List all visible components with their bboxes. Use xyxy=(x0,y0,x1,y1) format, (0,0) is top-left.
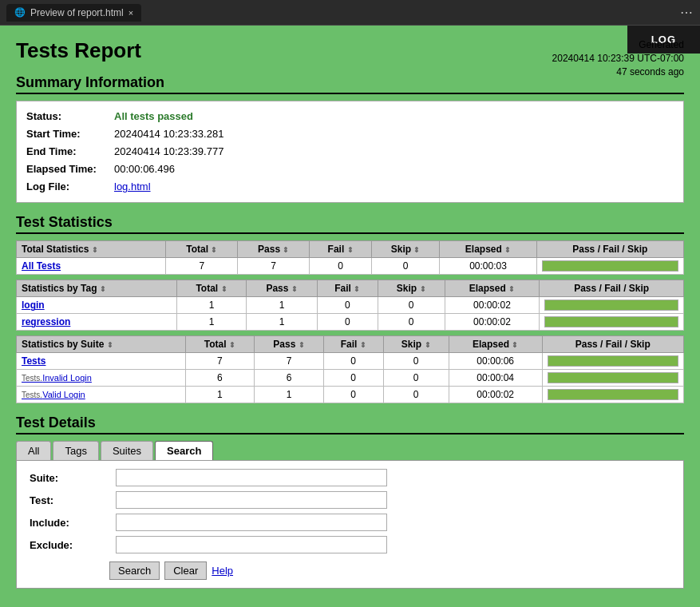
exclude-label: Exclude: xyxy=(30,539,109,551)
clear-button[interactable]: Clear xyxy=(164,561,207,580)
summary-box: Status: All tests passed Start Time: 202… xyxy=(16,101,684,203)
table-row: Tests 7 7 0 0 00:00:06 xyxy=(17,353,684,370)
invalid-login-link[interactable]: Tests.Invalid Login xyxy=(17,370,186,387)
col-tag-skip[interactable]: Skip ⇕ xyxy=(378,280,445,297)
table-row: Tests.Valid Login 1 1 0 0 00:00:02 xyxy=(17,387,684,403)
generated-info: Generated 20240414 10:23:39 UTC-07:00 47… xyxy=(552,38,684,78)
suite-label: Suite: xyxy=(30,472,109,484)
elapsed-label: Elapsed Time: xyxy=(26,161,114,178)
generated-label: Generated xyxy=(552,38,684,52)
search-buttons: Search Clear Help xyxy=(30,561,670,580)
total-stats-table: Total Statistics ⇕ Total ⇕ Pass ⇕ Fail ⇕… xyxy=(16,240,684,275)
progress-bar-fill xyxy=(548,373,678,383)
col-suite-skip[interactable]: Skip ⇕ xyxy=(383,336,449,353)
table-row: Tests.Invalid Login 6 6 0 0 00:00:04 xyxy=(17,370,684,387)
col-fail[interactable]: Fail ⇕ xyxy=(310,241,372,258)
col-suite-elapsed[interactable]: Elapsed ⇕ xyxy=(449,336,542,353)
start-label: Start Time: xyxy=(26,125,114,143)
table-row: login 1 1 0 0 00:00:02 xyxy=(17,297,684,314)
col-tag-elapsed[interactable]: Elapsed ⇕ xyxy=(445,280,540,297)
log-link[interactable]: log.html xyxy=(114,178,151,196)
start-value: 20240414 10:23:33.281 xyxy=(114,125,223,143)
generated-ago: 47 seconds ago xyxy=(552,65,684,79)
progress-bar-container xyxy=(548,372,679,383)
summary-row-start: Start Time: 20240414 10:23:33.281 xyxy=(26,125,674,143)
main-content: Tests Report Generated 20240414 10:23:39… xyxy=(0,26,700,601)
valid-login-link[interactable]: Tests.Valid Login xyxy=(17,387,186,403)
col-total[interactable]: Total ⇕ xyxy=(166,241,238,258)
search-button[interactable]: Search xyxy=(109,561,160,580)
table-row: All Tests 7 7 0 0 00:00:03 xyxy=(17,258,684,275)
col-skip[interactable]: Skip ⇕ xyxy=(371,241,440,258)
progress-bar-container xyxy=(544,300,678,311)
progress-bar-container xyxy=(548,355,679,367)
suite-stats-table: Statistics by Suite ⇕ Total ⇕ Pass ⇕ Fai… xyxy=(16,335,684,403)
summary-row-elapsed: Elapsed Time: 00:00:06.496 xyxy=(26,161,674,178)
end-label: End Time: xyxy=(26,143,114,161)
log-label: Log File: xyxy=(26,178,114,196)
summary-row-end: End Time: 20240414 10:23:39.777 xyxy=(26,143,674,161)
col-pass[interactable]: Pass ⇕ xyxy=(238,241,310,258)
statistics-section-title: Test Statistics xyxy=(16,214,684,234)
tag-stats-table: Statistics by Tag ⇕ Total ⇕ Pass ⇕ Fail … xyxy=(16,280,684,331)
tab-tags[interactable]: Tags xyxy=(53,441,98,460)
tab-search[interactable]: Search xyxy=(155,441,213,460)
suite-input[interactable] xyxy=(116,469,387,486)
col-total-stats[interactable]: Total Statistics ⇕ xyxy=(17,241,166,258)
col-pass-fail-skip: Pass / Fail / Skip xyxy=(536,241,683,258)
summary-row-status: Status: All tests passed xyxy=(26,108,674,125)
tests-suite-link[interactable]: Tests xyxy=(17,353,186,370)
help-button[interactable]: Help xyxy=(212,565,233,577)
test-input[interactable] xyxy=(116,491,387,509)
col-suite-pass-fail-skip: Pass / Fail / Skip xyxy=(542,336,684,353)
progress-bar-container xyxy=(548,389,679,400)
status-label: Status: xyxy=(26,108,114,125)
search-form: Suite: Test: Include: Exclude: Search Cl… xyxy=(16,460,684,589)
progress-bar-fill xyxy=(545,300,678,310)
status-value: All tests passed xyxy=(114,108,193,125)
pass-cell: 7 xyxy=(238,258,310,275)
total-cell: 7 xyxy=(166,258,238,275)
col-suite-total[interactable]: Total ⇕ xyxy=(185,336,254,353)
close-icon[interactable]: × xyxy=(129,8,133,18)
col-tag-pass[interactable]: Pass ⇕ xyxy=(247,280,317,297)
fail-cell: 0 xyxy=(310,258,372,275)
tab-all[interactable]: All xyxy=(16,441,51,460)
all-tests-link[interactable]: All Tests xyxy=(17,258,166,275)
progress-cell xyxy=(536,258,683,275)
tab-suites[interactable]: Suites xyxy=(101,441,153,460)
progress-bar-container xyxy=(544,316,678,327)
col-suite-fail[interactable]: Fail ⇕ xyxy=(323,336,383,353)
col-elapsed[interactable]: Elapsed ⇕ xyxy=(440,241,536,258)
col-tag-pass-fail-skip: Pass / Fail / Skip xyxy=(540,280,684,297)
col-suite-stats[interactable]: Statistics by Suite ⇕ xyxy=(17,336,186,353)
col-tag-fail[interactable]: Fail ⇕ xyxy=(317,280,378,297)
table-row: regression 1 1 0 0 00:00:02 xyxy=(17,314,684,331)
progress-bar-container xyxy=(542,260,678,272)
exclude-input[interactable] xyxy=(116,536,387,553)
elapsed-value: 00:00:06.496 xyxy=(114,161,175,178)
test-details-section: Test Details All Tags Suites Search Suit… xyxy=(16,415,684,589)
tab-label: Preview of report.html xyxy=(30,7,124,18)
progress-bar-fill xyxy=(548,356,678,366)
browser-chrome: 🌐 Preview of report.html × ⋯ xyxy=(0,0,700,26)
browser-tab[interactable]: 🌐 Preview of report.html × xyxy=(6,4,141,22)
progress-bar-fill xyxy=(545,317,678,327)
elapsed-cell: 00:00:03 xyxy=(440,258,536,275)
regression-link[interactable]: regression xyxy=(17,314,177,331)
include-input[interactable] xyxy=(116,514,387,531)
progress-bar-fill xyxy=(543,261,678,271)
col-tag-stats[interactable]: Statistics by Tag ⇕ xyxy=(17,280,177,297)
test-label: Test: xyxy=(30,494,109,506)
progress-bar-fill xyxy=(548,390,678,399)
col-tag-total[interactable]: Total ⇕ xyxy=(176,280,247,297)
col-suite-pass[interactable]: Pass ⇕ xyxy=(255,336,324,353)
browser-menu-icon[interactable]: ⋯ xyxy=(680,5,694,20)
skip-cell: 0 xyxy=(371,258,440,275)
summary-row-log: Log File: log.html xyxy=(26,178,674,196)
generated-date: 20240414 10:23:39 UTC-07:00 xyxy=(552,52,684,65)
include-label: Include: xyxy=(30,517,109,529)
login-link[interactable]: login xyxy=(17,297,177,314)
end-value: 20240414 10:23:39.777 xyxy=(114,143,223,161)
page-wrapper: LOG Tests Report Generated 20240414 10:2… xyxy=(0,26,700,607)
